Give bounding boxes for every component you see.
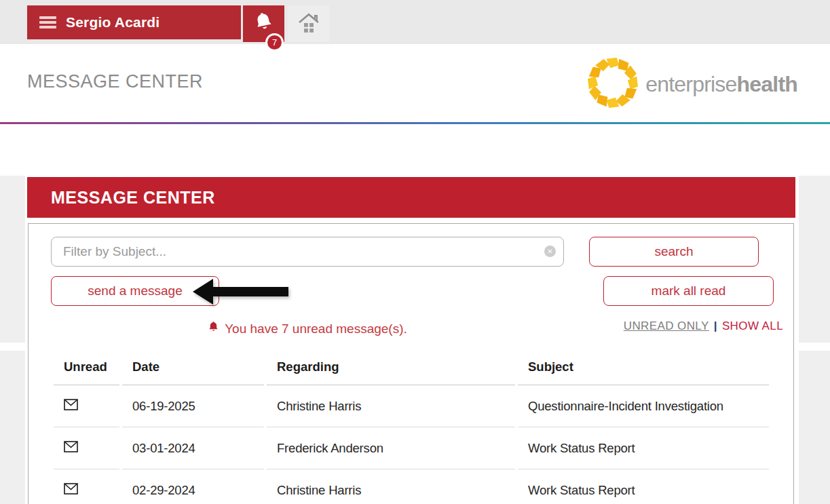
envelope-icon [64,483,78,498]
home-icon [297,12,320,36]
sunflower-logo-icon [587,57,639,111]
filter-by-subject-input[interactable] [51,237,564,267]
bell-icon [208,321,219,337]
show-all-link[interactable]: SHOW ALL [722,319,783,332]
notification-count-badge: 7 [265,33,284,52]
table-header-row: Unread Date Regarding Subject [54,349,769,385]
view-filter-links: UNREAD ONLY|SHOW ALL [624,319,783,333]
filter-field-wrap: ✕ [51,237,564,267]
message-date: 03-01-2024 [122,427,264,469]
page-background-right [799,351,830,504]
messages-table: Unread Date Regarding Subject 06-19-2025… [51,349,772,504]
message-subject[interactable]: Questionnaire-Incident Investigation [518,385,769,427]
message-center-panel: ✕ search send a message mark all read Yo… [28,223,794,504]
page-background-right [799,176,830,343]
top-bar: Sergio Acardi 7 [0,0,830,44]
column-header-subject: Subject [518,349,769,385]
column-header-unread: Unread [54,349,119,385]
message-date: 06-19-2025 [122,385,264,427]
table-row[interactable]: 02-29-2024 Christine Harris Work Status … [54,469,769,504]
section-banner: MESSAGE CENTER [27,177,795,218]
column-header-date: Date [122,349,264,385]
unread-notice: You have 7 unread message(s). [51,321,564,337]
search-button[interactable]: search [589,237,759,267]
message-regarding: Christine Harris [267,469,515,504]
user-menu-button[interactable]: Sergio Acardi [27,5,241,39]
clear-filter-icon[interactable]: ✕ [544,246,556,257]
enterprise-health-logo: enterprisehealth [587,58,797,111]
annotation-arrow-icon [193,279,288,307]
message-regarding: Christine Harris [267,385,515,427]
message-date: 02-29-2024 [122,469,264,504]
link-separator: | [714,319,717,332]
logo-wordmark: enterprisehealth [645,72,797,97]
message-subject[interactable]: Work Status Report [518,427,769,469]
table-row[interactable]: 03-01-2024 Frederick Anderson Work Statu… [54,427,769,469]
message-subject[interactable]: Work Status Report [518,469,769,504]
page-title: MESSAGE CENTER [27,71,203,92]
column-header-regarding: Regarding [267,349,515,385]
header-divider [0,122,830,124]
envelope-icon [64,441,78,456]
mark-all-read-button[interactable]: mark all read [603,276,774,306]
message-regarding: Frederick Anderson [267,427,515,469]
user-name: Sergio Acardi [66,14,159,31]
unread-notice-text: You have 7 unread message(s). [225,322,407,336]
home-button[interactable] [288,5,329,42]
envelope-icon [64,399,78,414]
page-background-left [0,176,25,343]
table-row[interactable]: 06-19-2025 Christine Harris Questionnair… [54,385,769,427]
message-center-page: Sergio Acardi 7 [0,0,830,504]
page-background-left [0,351,25,504]
unread-only-link[interactable]: UNREAD ONLY [624,319,709,332]
hamburger-icon [39,16,56,28]
